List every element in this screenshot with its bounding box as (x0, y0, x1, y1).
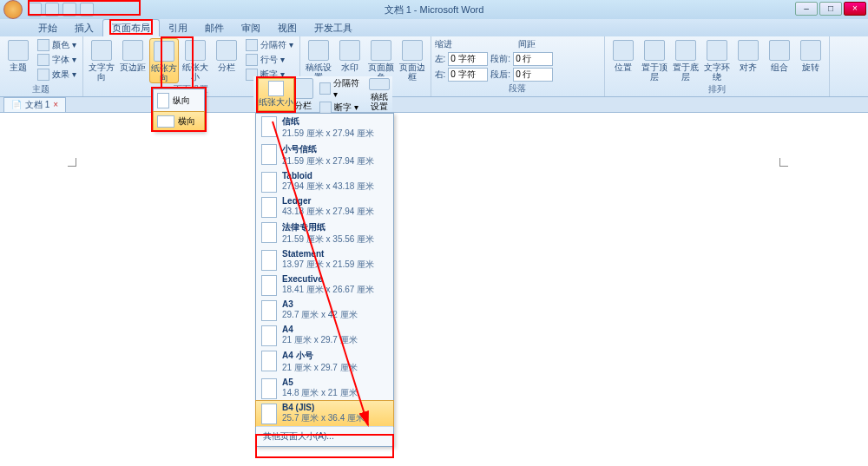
doc-tab-close[interactable]: × (53, 100, 58, 109)
minimize-button[interactable]: – (795, 2, 818, 16)
size-name: A4 (282, 325, 358, 334)
size-name: 法律专用纸 (282, 221, 374, 233)
qat-save-icon[interactable] (28, 3, 42, 16)
size-dim: 13.97 厘米 x 21.59 厘米 (282, 259, 374, 271)
group-button[interactable]: 组合 (765, 38, 794, 83)
font-icon (37, 54, 49, 66)
spacing-after-input[interactable] (513, 68, 553, 82)
manuscript-icon (369, 78, 390, 90)
doc-icon: 📄 (11, 100, 22, 109)
tab-开始[interactable]: 开始 (30, 20, 66, 36)
paper-size-option[interactable]: Executive18.41 厘米 x 26.67 厘米 (256, 272, 393, 298)
paper-size-button[interactable]: 纸张大小 (181, 38, 210, 83)
paper-size-option[interactable]: B4 (JIS)25.7 厘米 x 36.4 厘米 (255, 400, 394, 427)
text-direction-button[interactable]: 文字方向 (87, 38, 116, 83)
paper-size-option[interactable]: Ledger43.18 厘米 x 27.94 厘米 (256, 194, 393, 220)
group-label: 排列 (608, 83, 825, 95)
paper-size-option[interactable]: Statement13.97 厘米 x 21.59 厘米 (256, 247, 393, 272)
window-controls: – □ × (795, 2, 866, 16)
office-button[interactable] (3, 0, 23, 19)
theme-colors-button[interactable]: 颜色 ▾ (35, 38, 79, 52)
close-button[interactable]: × (844, 2, 866, 16)
manuscript-button-2[interactable]: 稿纸设置 (366, 76, 392, 111)
label: 水印 (341, 62, 358, 72)
more-paper-sizes[interactable]: 其他页面大小(A)... (256, 426, 393, 446)
orientation-landscape[interactable]: 横向 (153, 111, 205, 132)
tab-插入[interactable]: 插入 (66, 20, 102, 36)
size-dim: 29.7 厘米 x 42 厘米 (282, 309, 358, 321)
group-paragraph: 缩进间距 左:段前: 右:段后: 段落 (431, 36, 605, 96)
tab-审阅[interactable]: 审阅 (233, 20, 269, 36)
label: 文字环绕 (702, 62, 732, 82)
send-back-button[interactable]: 置于底层 (671, 38, 700, 83)
size-name: Statement (282, 249, 374, 259)
hyphen-icon (319, 102, 332, 114)
size-dim: 18.41 厘米 x 26.67 厘米 (282, 284, 374, 296)
theme-effects-button[interactable]: 效果 ▾ (35, 68, 79, 82)
tab-开发工具[interactable]: 开发工具 (306, 20, 361, 36)
theme-fonts-button[interactable]: 字体 ▾ (35, 53, 79, 67)
paper-size-option[interactable]: Tabloid27.94 厘米 x 43.18 厘米 (256, 169, 393, 194)
indent-right-input[interactable] (448, 68, 488, 82)
line-numbers-button[interactable]: 行号 ▾ (243, 53, 296, 67)
breaks-button[interactable]: 分隔符 ▾ (243, 38, 296, 52)
maximize-button[interactable]: □ (819, 2, 842, 16)
orientation-portrait[interactable]: 纵向 (154, 89, 204, 112)
label: 置于底层 (671, 62, 700, 82)
tab-视图[interactable]: 视图 (269, 20, 306, 36)
group-themes: 主题 颜色 ▾ 字体 ▾ 效果 ▾ 主题 (0, 36, 83, 96)
paper-size-option[interactable]: 信纸21.59 厘米 x 27.94 厘米 (256, 114, 393, 141)
page-icon (261, 197, 277, 218)
qat-print-icon[interactable] (80, 3, 94, 16)
label: 分栏 (218, 62, 235, 72)
position-button[interactable]: 位置 (608, 38, 638, 83)
landscape-icon (157, 115, 174, 128)
columns-button[interactable]: 分栏 (212, 38, 241, 83)
tab-邮件[interactable]: 邮件 (196, 20, 233, 36)
align-button[interactable]: 对齐 (733, 38, 763, 83)
margins-button[interactable]: 页边距 (118, 38, 148, 83)
label: 行号 ▾ (260, 54, 285, 66)
page-icon (261, 378, 277, 399)
page-icon (261, 144, 277, 165)
breaks-button-2[interactable]: 分隔符 ▾ (317, 76, 363, 100)
spacing-before-input[interactable] (513, 52, 553, 66)
size-dim: 43.18 厘米 x 27.94 厘米 (282, 206, 374, 218)
label: 分隔符 ▾ (260, 39, 293, 51)
page-icon (261, 172, 277, 193)
paper-size-option[interactable]: 小号信纸21.59 厘米 x 27.94 厘米 (256, 141, 393, 169)
orientation-button[interactable]: 纸张方向 (149, 38, 179, 83)
size-name: 信纸 (282, 115, 374, 128)
page-icon (261, 404, 277, 424)
tab-引用[interactable]: 引用 (160, 20, 196, 36)
paper-size-option[interactable]: A514.8 厘米 x 21 厘米 (256, 376, 393, 401)
paper-size-option[interactable]: A329.7 厘米 x 42 厘米 (256, 298, 393, 323)
paper-size-option[interactable]: A4 小号21 厘米 x 29.7 厘米 (256, 348, 393, 376)
themes-icon (8, 40, 29, 61)
left-label: 左: (435, 53, 446, 65)
page-icon (261, 250, 277, 271)
size-name: Tabloid (282, 171, 374, 180)
themes-button[interactable]: 主题 (3, 38, 33, 83)
orientation-icon (154, 41, 174, 62)
paper-size-option[interactable]: A421 厘米 x 29.7 厘米 (256, 323, 393, 348)
palette-icon (37, 39, 49, 51)
document-tab[interactable]: 📄 文档 1 × (3, 97, 66, 113)
paper-size-option[interactable]: 法律专用纸21.59 厘米 x 35.56 厘米 (256, 220, 393, 247)
text-wrap-button[interactable]: 文字环绕 (702, 38, 732, 83)
page-icon (261, 351, 277, 371)
qat-undo-icon[interactable] (45, 3, 59, 16)
label: 旋转 (802, 62, 819, 72)
page-border-button[interactable]: 页面边框 (398, 38, 427, 83)
rotate-button[interactable]: 旋转 (796, 38, 825, 83)
bring-front-button[interactable]: 置于顶层 (640, 38, 669, 83)
qat-redo-icon[interactable] (62, 3, 76, 16)
paper-size-gallery-button[interactable]: 纸张大小 (258, 78, 294, 111)
group-icon (769, 40, 790, 61)
rotate-icon (800, 40, 821, 61)
indent-title: 缩进 (435, 38, 461, 50)
tab-页面布局[interactable]: 页面布局 (102, 19, 160, 36)
indent-left-input[interactable] (448, 52, 488, 66)
front-icon (644, 40, 665, 61)
size-dim: 27.94 厘米 x 43.18 厘米 (282, 180, 374, 193)
